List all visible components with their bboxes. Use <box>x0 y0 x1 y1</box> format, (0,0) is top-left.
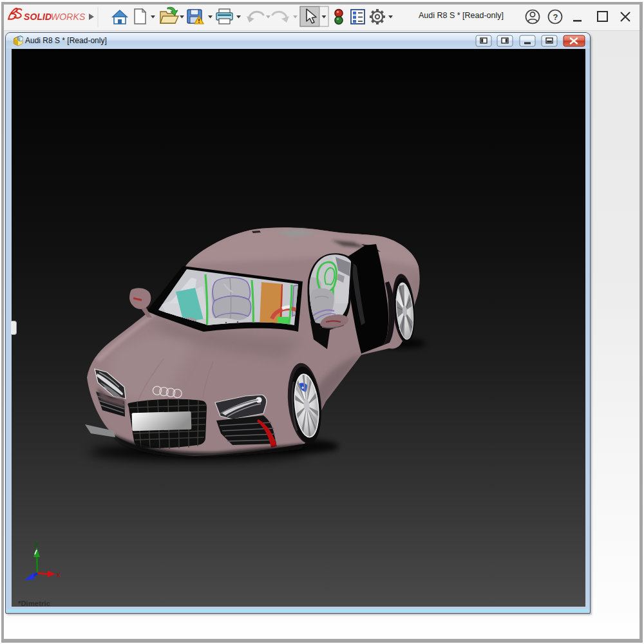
svg-text:x: x <box>57 571 61 578</box>
svg-text:SOLID: SOLID <box>24 12 52 22</box>
svg-text:WORKS: WORKS <box>51 12 86 22</box>
